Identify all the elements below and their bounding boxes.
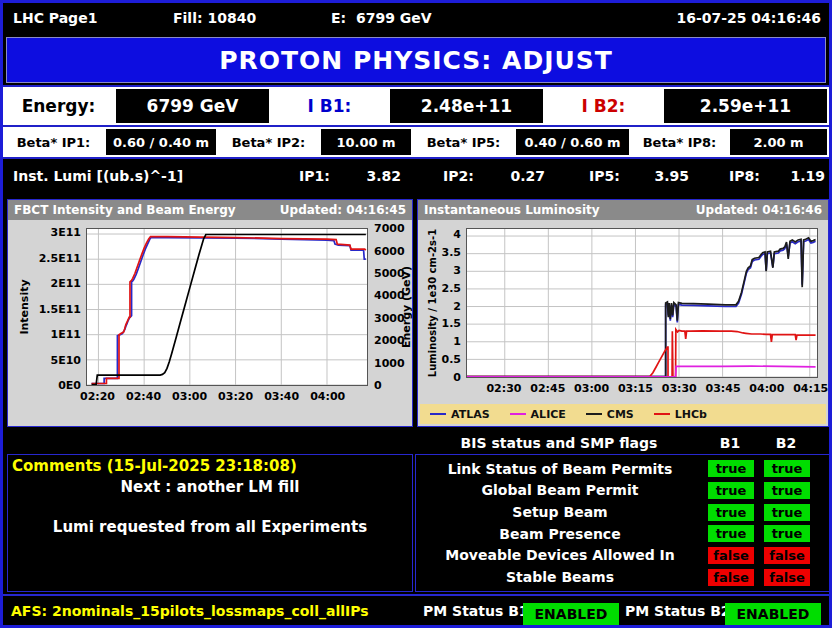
lumi-ip8-label: IP8: <box>729 168 760 184</box>
afs-filling-scheme: AFS: 2nominals_15pilots_lossmaps_coll_al… <box>11 603 369 619</box>
pm-status-b1-label: PM Status B1 <box>423 603 529 619</box>
series-CMS <box>467 238 816 377</box>
x-tick-label: 03:45 <box>706 382 741 395</box>
bis-flag-b2: false <box>764 547 810 564</box>
comments-line-1: Next : another LM fill <box>8 478 412 496</box>
beta-ip5-value: 0.40 / 0.60 m <box>516 129 629 155</box>
bis-flag-b1: false <box>708 547 754 564</box>
charts-section: FBCT Intensity and Beam Energy Updated: … <box>3 197 829 430</box>
bis-row-label: Stable Beams <box>416 569 704 585</box>
clock: 16-07-25 04:16:46 <box>676 10 821 26</box>
bis-col-b2: B2 <box>763 435 809 451</box>
lower-section: Comments (15-Jul-2025 23:18:08) Next : a… <box>3 454 829 594</box>
x-tick-label: 04:00 <box>310 390 345 403</box>
y-axis-title-luminosity: Luminosity / 1e30 cm-2s-1 <box>427 229 438 377</box>
bis-row: Link Status of Beam Permits true true <box>416 458 829 479</box>
y-tick-label: 4000 <box>374 289 405 302</box>
y-tick-label: 2.5 <box>442 282 462 295</box>
bis-row: Setup Beam true true <box>416 502 829 523</box>
machine-mode-banner: PROTON PHYSICS: ADJUST <box>6 37 826 83</box>
x-tick-label: 02:20 <box>80 390 115 403</box>
y-tick-label: 2 <box>453 300 461 313</box>
comments-line-2: Lumi requested from all Experiments <box>8 518 412 536</box>
bis-flag-b2: true <box>764 460 810 477</box>
beam-energy-readout: E: 6799 GeV <box>331 10 432 26</box>
x-tick-label: 04:00 <box>749 382 784 395</box>
pm-status-b1-value: ENABLED <box>523 603 619 626</box>
comments-panel: Comments (15-Jul-2025 23:18:08) Next : a… <box>7 454 413 592</box>
legend-item-alice: ALICE <box>510 408 566 421</box>
y-tick-label: 0 <box>374 379 382 392</box>
bis-row-label: Link Status of Beam Permits <box>416 461 704 477</box>
beta-ip1-label: Beta* IP1: <box>3 127 104 157</box>
y-tick-label: 1E11 <box>51 328 81 341</box>
bis-flag-b1: true <box>708 482 754 499</box>
x-tick-label: 03:15 <box>618 382 653 395</box>
y-tick-label: 0 <box>453 371 461 384</box>
chart-legend: ATLASALICECMSLHCb <box>420 404 826 424</box>
y-tick-label: 3000 <box>374 312 405 325</box>
intensity-b1-label: I B1: <box>271 87 388 125</box>
series-LHCb <box>467 329 816 377</box>
lumi-ip5-value: 3.95 <box>631 168 689 184</box>
chart-title: Instantaneous Luminosity <box>424 203 600 217</box>
plot-area <box>466 228 818 378</box>
bis-row: Moveable Devices Allowed In false false <box>416 545 829 566</box>
beta-ip2-label: Beta* IP2: <box>218 127 319 157</box>
y-tick-label: 4 <box>453 228 461 241</box>
bis-row-label: Beam Presence <box>416 526 704 542</box>
energy-label: Energy: <box>3 87 114 125</box>
beta-star-row: Beta* IP1: 0.60 / 0.40 m Beta* IP2: 10.0… <box>3 127 829 157</box>
legend-swatch <box>510 413 526 415</box>
y-tick-label: 2000 <box>374 334 405 347</box>
chart-title-bar: FBCT Intensity and Beam Energy Updated: … <box>8 200 412 220</box>
x-tick-label: 04:15 <box>793 382 828 395</box>
pm-status-b2-label: PM Status B2 <box>625 603 731 619</box>
y-tick-label: 5000 <box>374 267 405 280</box>
y-tick-label: 6000 <box>374 245 405 258</box>
y-tick-label: 1.5E11 <box>39 303 81 316</box>
lumi-ip5-label: IP5: <box>589 168 620 184</box>
y-tick-label: 0.5 <box>442 353 462 366</box>
inst-lumi-row: Inst. Lumi [(ub.s)^-1] IP1: 3.82 IP2: 0.… <box>3 159 829 195</box>
x-tick-label: 03:40 <box>264 390 299 403</box>
bis-row-label: Setup Beam <box>416 504 704 520</box>
x-tick-label: 03:00 <box>574 382 609 395</box>
y-axis-title-intensity: Intensity <box>18 279 31 334</box>
fbct-intensity-energy-chart: FBCT Intensity and Beam Energy Updated: … <box>7 199 413 427</box>
legend-swatch <box>586 413 602 415</box>
bis-flag-b1: true <box>708 460 754 477</box>
bis-row: Beam Presence true true <box>416 523 829 544</box>
bis-row-label: Global Beam Permit <box>416 482 704 498</box>
instantaneous-luminosity-chart: Instantaneous Luminosity Updated: 04:16:… <box>417 199 829 427</box>
x-tick-label: 02:45 <box>530 382 565 395</box>
x-tick-label: 02:40 <box>126 390 161 403</box>
inst-lumi-label: Inst. Lumi [(ub.s)^-1] <box>13 168 183 184</box>
x-tick-label: 02:30 <box>486 382 521 395</box>
legend-item-lhcb: LHCb <box>654 408 707 421</box>
x-tick-label: 03:00 <box>172 390 207 403</box>
bis-flags-panel: Link Status of Beam Permits true true Gl… <box>415 454 830 592</box>
bis-row-label: Moveable Devices Allowed In <box>416 547 704 563</box>
bottom-status-row: AFS: 2nominals_15pilots_lossmaps_coll_al… <box>3 594 829 625</box>
x-tick-label: 03:30 <box>662 382 697 395</box>
chart-title: FBCT Intensity and Beam Energy <box>14 203 236 217</box>
y-tick-label: 0E0 <box>58 379 81 392</box>
y-tick-label: 5E10 <box>51 354 81 367</box>
comments-header: Comments (15-Jul-2025 23:18:08) <box>8 455 412 477</box>
bis-flag-b2: true <box>764 525 810 542</box>
beta-ip8-value: 2.00 m <box>730 129 827 155</box>
legend-item-cms: CMS <box>586 408 634 421</box>
series-ALICE <box>467 366 816 377</box>
legend-swatch <box>654 413 670 415</box>
bis-flag-b1: true <box>708 504 754 521</box>
beta-ip8-label: Beta* IP8: <box>631 127 728 157</box>
chart-title-bar: Instantaneous Luminosity Updated: 04:16:… <box>418 200 828 220</box>
chart-body: Luminosity / 1e30 cm-2s-1 ATLASALICECMSL… <box>418 220 828 426</box>
bis-col-b1: B1 <box>707 435 753 451</box>
bis-flag-b2: true <box>764 504 810 521</box>
bis-flag-b1: true <box>708 525 754 542</box>
beta-ip5-label: Beta* IP5: <box>413 127 514 157</box>
legend-item-atlas: ATLAS <box>430 408 490 421</box>
legend-swatch <box>430 413 446 415</box>
